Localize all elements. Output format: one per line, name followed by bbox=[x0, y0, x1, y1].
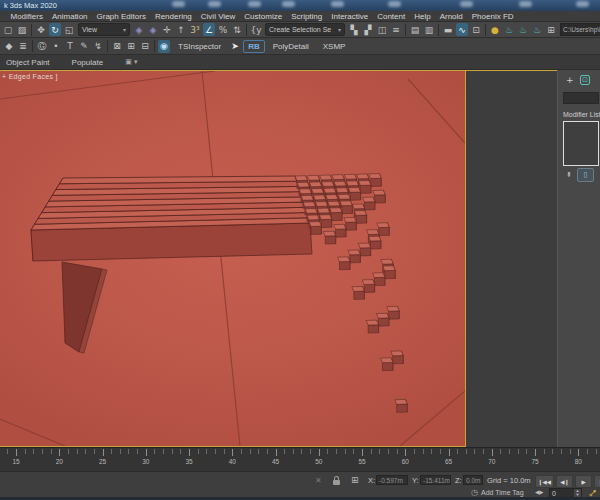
previous-frame-button[interactable]: ◀❙ bbox=[556, 475, 573, 488]
go-to-start-button[interactable]: ❙◀◀ bbox=[535, 475, 554, 488]
timeline-tick bbox=[224, 449, 225, 454]
gizmo-toggle-icon[interactable]: ✕ bbox=[315, 476, 322, 485]
use-selection-center-icon[interactable]: ◈ bbox=[147, 23, 159, 36]
menu-phoenix-fd[interactable]: Phoenix FD bbox=[467, 12, 518, 21]
project-path-field[interactable]: C:\Users\hp\Documents\3ds M bbox=[560, 23, 600, 36]
render-setup-icon[interactable]: ♨ bbox=[503, 23, 515, 36]
snaps-toggle-icon[interactable]: 3³ bbox=[189, 23, 201, 36]
key-mode-toggle-icon[interactable]: ◀▶ bbox=[535, 489, 543, 495]
use-pivot-point-icon[interactable]: ◈ bbox=[133, 23, 145, 36]
align-icon[interactable]: ≡ bbox=[390, 23, 402, 36]
paint-deform-icon[interactable]: ✎ bbox=[78, 40, 90, 53]
viewport-label[interactable]: + Edged Faces ] bbox=[2, 73, 58, 80]
named-set-a-icon[interactable]: ▚ bbox=[348, 23, 360, 36]
pin-stack-icon[interactable]: ✒ bbox=[564, 171, 573, 178]
menu-rendering[interactable]: Rendering bbox=[150, 12, 196, 21]
cursor-arrow-icon[interactable]: ➤ bbox=[229, 40, 241, 53]
timeline-tick bbox=[423, 449, 424, 454]
menu-scripting[interactable]: Scripting bbox=[287, 12, 327, 21]
render-production-icon[interactable]: ♨ bbox=[531, 23, 543, 36]
edit-named-selection-icon[interactable]: {y bbox=[250, 23, 262, 36]
polydetail-button[interactable]: PolyDetail bbox=[267, 40, 315, 53]
mirror-icon[interactable]: ◫ bbox=[376, 23, 388, 36]
menu-content[interactable]: Content bbox=[373, 12, 410, 21]
ribbon-toggle-icon[interactable]: ▬ bbox=[442, 23, 454, 36]
menu-interactive[interactable]: Interactive bbox=[327, 12, 373, 21]
select-region-icon[interactable]: ▢ bbox=[2, 23, 14, 36]
point-icon[interactable]: • bbox=[50, 40, 62, 53]
select-rotate-icon[interactable]: ↻ bbox=[49, 23, 61, 36]
layer-stack-icon[interactable]: ≣ bbox=[17, 40, 29, 53]
add-time-tag[interactable]: ◷ Add Time Tag bbox=[471, 488, 524, 497]
select-scale-icon[interactable]: ◱ bbox=[63, 23, 75, 36]
menu-civil-view[interactable]: Civil View bbox=[196, 12, 240, 21]
container-a-icon[interactable]: ⊠ bbox=[111, 40, 123, 53]
modifier-list-dropdown[interactable]: Modifier List bbox=[563, 111, 600, 118]
timeline-frame-label: 15 bbox=[8, 458, 24, 465]
container-c-icon[interactable]: ⊟ bbox=[139, 40, 151, 53]
spinner-snap-icon[interactable]: ⇅ bbox=[231, 23, 243, 36]
layer-explorer-icon[interactable]: ▤ bbox=[409, 23, 421, 36]
tab-object-paint[interactable]: Object Paint bbox=[6, 58, 50, 67]
tsinspector-button[interactable]: TSInspector bbox=[172, 40, 227, 53]
menu-modifiers[interactable]: Modifiers bbox=[6, 12, 47, 21]
schematic-view-icon[interactable]: ⊡ bbox=[470, 23, 482, 36]
coord-y-field[interactable]: -15.411m bbox=[420, 475, 451, 485]
xsmp-button[interactable]: XSMP bbox=[317, 40, 352, 53]
menu-graph-editors[interactable]: Graph Editors bbox=[92, 12, 150, 21]
coord-x-field[interactable]: -0.597m bbox=[376, 475, 408, 485]
percent-snap-icon[interactable]: % bbox=[217, 23, 229, 36]
material-editor-icon[interactable]: ● bbox=[489, 23, 501, 36]
play-button[interactable]: ▶ bbox=[575, 475, 592, 488]
named-selection-set-dropdown[interactable]: Create Selection Se▾ bbox=[265, 23, 345, 36]
timeline-tick bbox=[25, 449, 26, 454]
reference-coordinate-dropdown[interactable]: View▾ bbox=[78, 23, 130, 36]
rb-button[interactable]: RB bbox=[243, 40, 265, 53]
ribbon-overflow-icon[interactable]: ▣ ▾ bbox=[125, 58, 137, 66]
selection-lock-icon[interactable] bbox=[333, 480, 340, 485]
timeline-frame-label: 40 bbox=[224, 458, 240, 465]
timeline-tick bbox=[33, 449, 34, 454]
scene-explorer-icon[interactable]: ▥ bbox=[423, 23, 435, 36]
modifier-stack-box[interactable] bbox=[563, 121, 599, 166]
object-name-field[interactable] bbox=[563, 92, 599, 104]
rendered-frame-icon[interactable]: ♨ bbox=[517, 23, 529, 36]
absolute-mode-icon[interactable]: ⊞ bbox=[351, 475, 359, 485]
menu-arnold[interactable]: Arnold bbox=[435, 12, 467, 21]
paint-select-region-icon[interactable]: ▨ bbox=[16, 23, 28, 36]
timeline-ruler[interactable]: 1520253035404550556065707580 bbox=[0, 447, 600, 472]
timeline-tick bbox=[327, 449, 328, 454]
title-bar-highlight bbox=[388, 1, 401, 7]
modify-tab-icon[interactable]: ⊡ bbox=[580, 75, 590, 85]
frame-spinner[interactable]: ▲▼ bbox=[574, 489, 581, 497]
ts-tools-icon[interactable]: ◉ bbox=[158, 40, 170, 53]
timeline-tick bbox=[492, 449, 493, 456]
container-b-icon[interactable]: ⊞ bbox=[125, 40, 137, 53]
keyboard-shortcut-override-icon[interactable]: ↑ bbox=[175, 23, 187, 36]
menu-help[interactable]: Help bbox=[410, 12, 435, 21]
curve-editor-icon[interactable]: ∿ bbox=[456, 23, 468, 36]
geometry-checker-icon[interactable]: Ⓖ bbox=[36, 40, 48, 53]
state-sets-icon[interactable]: ⊞ bbox=[545, 23, 557, 36]
coord-z-field[interactable]: 0.0m bbox=[463, 475, 483, 485]
modeling-ribbon-icon[interactable]: ◆ bbox=[3, 40, 15, 53]
select-move-icon[interactable]: ✥ bbox=[35, 23, 47, 36]
timeline-tick bbox=[301, 449, 302, 454]
menu-customize[interactable]: Customize bbox=[240, 12, 287, 21]
create-tab-icon[interactable]: + bbox=[566, 75, 574, 85]
angle-snap-icon[interactable]: ∠ bbox=[203, 23, 215, 36]
menu-animation[interactable]: Animation bbox=[47, 12, 92, 21]
timeline-tick bbox=[94, 449, 95, 454]
wand-icon[interactable]: ↯ bbox=[92, 40, 104, 53]
select-manipulate-icon[interactable]: ✛ bbox=[161, 23, 173, 36]
tab-populate[interactable]: Populate bbox=[72, 58, 104, 67]
show-end-result-button[interactable]: ▯ bbox=[577, 168, 594, 182]
perspective-viewport[interactable]: + Edged Faces ] bbox=[0, 71, 466, 447]
next-frame-button[interactable]: ❙▶ bbox=[594, 475, 600, 488]
timeline-tick bbox=[42, 449, 43, 454]
garment-maker-icon[interactable]: T bbox=[64, 40, 76, 53]
timeline-tick bbox=[353, 449, 354, 454]
named-set-b-icon[interactable]: ▞ bbox=[362, 23, 374, 36]
toolbar-separator bbox=[31, 24, 32, 36]
coord-x-label: X: bbox=[368, 476, 375, 485]
